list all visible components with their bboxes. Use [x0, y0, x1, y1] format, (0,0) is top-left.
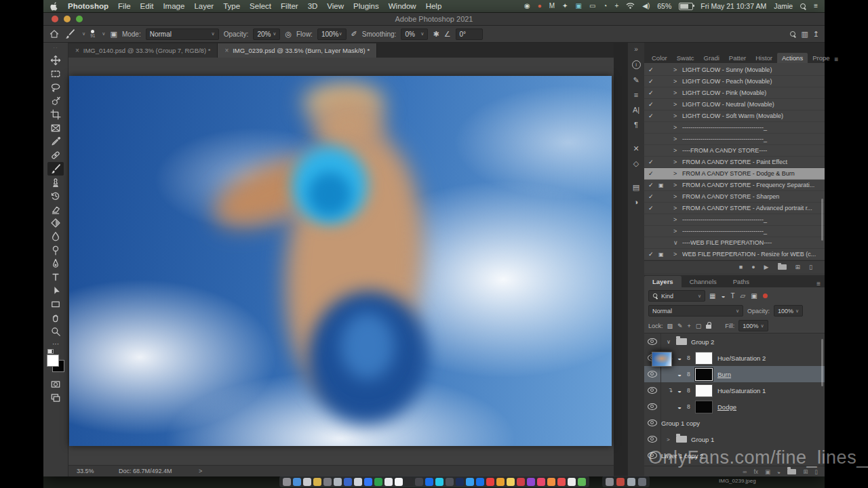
home-icon[interactable]: [49, 28, 60, 39]
history-brush-tool[interactable]: [47, 189, 64, 203]
app-status-icon[interactable]: ●: [538, 3, 542, 9]
apple-menu-icon[interactable]: [50, 1, 58, 11]
dock-app-icon[interactable]: [537, 478, 545, 486]
dock-app-icon[interactable]: [283, 478, 291, 486]
menu-file[interactable]: File: [118, 2, 131, 10]
status-chevron-icon[interactable]: >: [199, 468, 202, 474]
new-layer-icon[interactable]: ⊞: [803, 468, 808, 475]
visibility-toggle[interactable]: [644, 366, 661, 382]
chevron-down-icon[interactable]: ∨: [102, 31, 105, 37]
lock-artboard-icon[interactable]: ▢: [696, 323, 702, 329]
action-row[interactable]: >---------------------------------------…: [644, 214, 825, 226]
dock-app-icon[interactable]: [496, 478, 505, 486]
toolbar-grip[interactable]: ··: [53, 45, 58, 51]
dock-app-icon[interactable]: [466, 478, 474, 486]
menu-3d[interactable]: 3D: [308, 2, 318, 10]
filter-enabled-toggle[interactable]: [763, 293, 768, 298]
stop-recording-icon[interactable]: ■: [739, 264, 743, 270]
app-status-icon[interactable]: ◉: [524, 3, 530, 9]
dock-app-icon[interactable]: [384, 478, 393, 486]
layer-mask-thumbnail[interactable]: [695, 368, 713, 381]
display-icon[interactable]: ▭: [589, 3, 595, 9]
action-row[interactable]: >---------------------------------------…: [644, 226, 825, 237]
brush-settings-panel-icon[interactable]: ✎: [633, 77, 639, 84]
menu-view[interactable]: View: [327, 2, 344, 10]
zoom-window-button[interactable]: [76, 16, 83, 22]
dock-app-icon[interactable]: [627, 478, 635, 486]
action-row[interactable]: ✓>LIGHT GLOW - Pink (Movable): [644, 87, 825, 99]
time-machine-icon[interactable]: ◔: [603, 3, 607, 9]
visibility-toggle[interactable]: [644, 382, 661, 399]
layer-mask-thumbnail[interactable]: [695, 401, 713, 413]
zoom-level-field[interactable]: 33.5%: [77, 468, 119, 474]
action-toggle[interactable]: ✓: [644, 205, 658, 211]
action-toggle[interactable]: ✓: [644, 78, 658, 85]
visibility-toggle[interactable]: [644, 333, 661, 350]
action-dialog-toggle[interactable]: ▣: [658, 182, 669, 188]
dock-app-icon[interactable]: [405, 478, 413, 486]
action-row[interactable]: >---------------------------------------…: [644, 134, 825, 145]
layers-scrollbar[interactable]: [821, 339, 823, 386]
expand-icon[interactable]: >: [673, 124, 682, 131]
action-row[interactable]: ✓▣>FROM A CANDY STORE - Frequency Separa…: [644, 180, 825, 191]
filter-pixel-icon[interactable]: ▦: [709, 292, 715, 300]
filter-smart-object-icon[interactable]: ▣: [751, 292, 757, 300]
volume-icon[interactable]: ◀): [642, 3, 650, 9]
menu-photoshop[interactable]: Photoshop: [68, 2, 108, 10]
action-row[interactable]: ∨----WEB FILE PREPERATION----: [644, 237, 825, 249]
expand-icon[interactable]: >: [673, 89, 682, 96]
mode-select[interactable]: Normal∨: [146, 28, 219, 40]
tab-layers[interactable]: Layers: [644, 276, 682, 287]
dodge-tool[interactable]: [47, 243, 64, 257]
layer-row-burn-selected[interactable]: ↴ ◒ 8 Burn: [644, 366, 825, 382]
expand-icon[interactable]: >: [673, 182, 682, 188]
tab-color[interactable]: Color: [647, 53, 672, 63]
menu-window[interactable]: Window: [389, 2, 416, 10]
battery-icon[interactable]: [679, 3, 693, 10]
brush-preview[interactable]: 91: [90, 30, 95, 39]
collapse-panels-icon[interactable]: »: [634, 45, 638, 53]
dock-app-icon[interactable]: [374, 478, 382, 486]
tab-history[interactable]: Histor: [751, 53, 777, 63]
dock-app-icon[interactable]: [547, 478, 555, 486]
lock-position-icon[interactable]: +: [688, 323, 691, 329]
edit-toolbar-icon[interactable]: ···: [52, 338, 59, 349]
chevron-down-icon[interactable]: ∨: [82, 31, 85, 37]
dock-app-icon[interactable]: [293, 478, 301, 486]
tab-properties[interactable]: Prope: [808, 53, 834, 63]
document-tab[interactable]: × IMG_0140.psd @ 33.3% (Group 7, RGB/8) …: [68, 43, 218, 58]
layer-name[interactable]: Group 1 copy: [661, 420, 700, 427]
pressure-opacity-icon[interactable]: ◎: [285, 30, 292, 38]
dock-app-icon[interactable]: [435, 478, 443, 486]
minimize-window-button[interactable]: [64, 16, 71, 22]
tab-gradients[interactable]: Gradi: [699, 53, 724, 63]
dock-app-icon[interactable]: [395, 478, 403, 486]
filter-type-icon[interactable]: T: [731, 292, 735, 300]
healing-brush-tool[interactable]: [47, 148, 64, 162]
workspace-layout-icon[interactable]: ▥: [801, 30, 808, 38]
dock-app-icon[interactable]: [323, 478, 332, 486]
eyedropper-tool[interactable]: [47, 135, 64, 148]
expand-icon[interactable]: >: [673, 147, 682, 154]
action-row[interactable]: ✓>LIGHT GLOW - Sunny (Movable): [644, 64, 825, 76]
action-row[interactable]: >----FROM A CANDY STORE----: [644, 145, 825, 157]
dock-app-icon[interactable]: [568, 478, 576, 486]
dock-app-icon[interactable]: [578, 478, 586, 486]
panel-menu-icon[interactable]: ≡: [835, 56, 843, 63]
gradient-tool[interactable]: [47, 216, 64, 230]
layer-thumbnail[interactable]: [652, 352, 672, 367]
action-row[interactable]: ✓>LIGHT GLOW - Peach (Movable): [644, 76, 825, 87]
document-tab-active[interactable]: × IMG_0239.psd @ 33.5% (Burn, Layer Mask…: [218, 43, 377, 58]
shape-tool[interactable]: [47, 298, 64, 311]
layer-name[interactable]: Dodge: [717, 403, 736, 411]
action-toggle[interactable]: ✓: [644, 193, 658, 200]
expand-icon[interactable]: >: [673, 66, 682, 73]
dock-app-icon[interactable]: [527, 478, 535, 486]
dock-app-icon[interactable]: [486, 478, 494, 486]
dock-app-icon[interactable]: [446, 478, 454, 486]
dock-app-icon[interactable]: [507, 478, 515, 486]
expand-icon[interactable]: >: [667, 436, 675, 443]
keyboard-icon[interactable]: +: [614, 3, 618, 9]
action-toggle[interactable]: ✓: [644, 170, 658, 177]
dock-app-icon[interactable]: [354, 478, 362, 486]
